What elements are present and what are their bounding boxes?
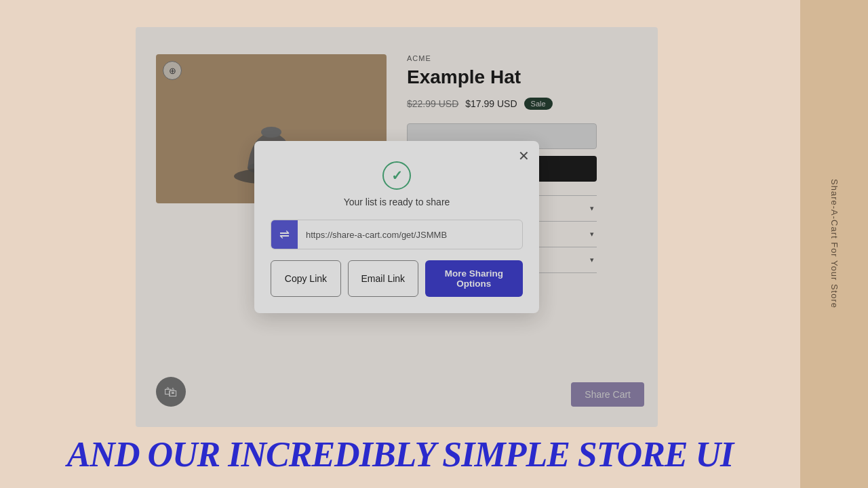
main-area: ⊕ ACME Example Hat $22.99 USD $17.99 USD… bbox=[136, 27, 658, 427]
email-link-button[interactable]: Email Link bbox=[348, 260, 418, 297]
product-page: ⊕ ACME Example Hat $22.99 USD $17.99 USD… bbox=[136, 27, 658, 427]
tagline-text: And our incredibly simple Store UI bbox=[67, 435, 734, 474]
success-message: Your list is ready to share bbox=[271, 197, 523, 207]
more-sharing-button[interactable]: More Sharing Options bbox=[425, 260, 523, 297]
modal-overlay: ✕ ✓ Your list is ready to share ⇌ https:… bbox=[136, 27, 658, 427]
share-url: https://share-a-cart.com/get/JSMMB bbox=[298, 230, 522, 240]
link-icon-box: ⇌ bbox=[271, 220, 298, 249]
modal-buttons: Copy Link Email Link More Sharing Option… bbox=[271, 260, 523, 297]
close-button[interactable]: ✕ bbox=[518, 149, 530, 163]
bottom-tagline: And our incredibly simple Store UI bbox=[0, 434, 800, 474]
copy-link-button[interactable]: Copy Link bbox=[271, 260, 341, 297]
share-modal: ✕ ✓ Your list is ready to share ⇌ https:… bbox=[254, 141, 539, 313]
url-field: ⇌ https://share-a-cart.com/get/JSMMB bbox=[271, 220, 523, 249]
link-icon: ⇌ bbox=[279, 227, 290, 242]
right-sidebar: Share-A-Cart For Your Store bbox=[800, 0, 868, 488]
sidebar-text: Share-A-Cart For Your Store bbox=[829, 179, 840, 308]
success-icon: ✓ bbox=[382, 161, 411, 190]
page-background: Share-A-Cart For Your Store ⊕ ACME bbox=[0, 0, 868, 488]
